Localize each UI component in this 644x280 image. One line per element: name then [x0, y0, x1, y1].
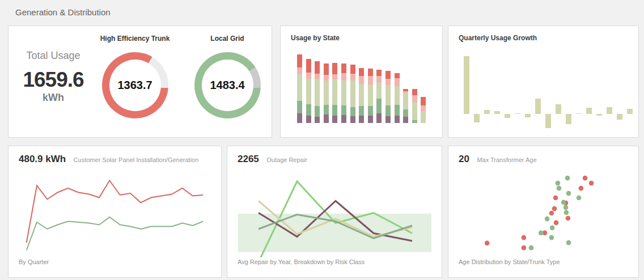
usage-by-state-stacked-bar-chart[interactable]	[281, 26, 442, 137]
bar-segment-layer-3-sage	[332, 79, 337, 105]
panel-quarterly-usage-growth[interactable]: Quarterly Usage Growth	[448, 26, 639, 138]
scatter-point-group-red	[554, 220, 559, 226]
scatter-point-group-green	[565, 176, 570, 181]
growth-bar	[525, 114, 531, 117]
bar-segment-layer-2-green	[412, 120, 417, 123]
bar-segment-layer-4-pink	[395, 78, 400, 86]
bar-segment-layer-4-pink	[376, 76, 382, 82]
donut-trunk-value: 1363.7	[117, 79, 152, 92]
donut-grid-value: 1483.4	[210, 79, 244, 92]
scatter-point-group-red	[579, 186, 584, 191]
bar-segment-layer-3-sage	[359, 84, 364, 106]
donut-trunk-hole: 1363.7	[109, 60, 161, 111]
scatter-point-group-red	[589, 181, 594, 186]
donut-grid-ring: 1483.4	[194, 52, 261, 118]
growth-bar	[566, 114, 571, 124]
bar-segment-layer-2-green	[315, 106, 320, 117]
bar-segment-layer-2-green	[385, 105, 391, 116]
donut-local-grid[interactable]: Local Grid 1483.4	[182, 35, 273, 118]
growth-bar	[556, 104, 561, 114]
stacked-bar	[385, 71, 391, 123]
scatter-point-group-red	[549, 211, 554, 216]
total-usage-unit: kWh	[16, 92, 90, 104]
growth-bar	[505, 114, 510, 118]
donut-high-efficiency-trunk[interactable]: High Efficiency Trunk 1363.7	[90, 35, 180, 118]
stacked-bar	[332, 63, 337, 123]
donut-grid-label: Local Grid	[182, 35, 273, 43]
growth-bar	[627, 109, 633, 114]
scatter-point-group-green	[556, 181, 561, 186]
bar-segment-layer-2-green	[368, 106, 373, 116]
panel-solar-generation[interactable]: 480.9 kWh Customer Solar Panel Installat…	[8, 146, 222, 278]
scatter-point-group-red	[522, 235, 527, 240]
scatter-point-group-green	[561, 200, 566, 205]
bar-segment-layer-3-sage	[324, 80, 329, 105]
scatter-point-group-green	[529, 245, 534, 251]
scatter-point-group-green	[566, 240, 571, 245]
bar-segment-layer-3-sage	[385, 85, 391, 105]
bar-segment-layer-3-sage	[412, 102, 417, 120]
bar-segment-layer-5-red	[315, 61, 320, 74]
bar-segment-layer-1-plum	[297, 113, 302, 123]
bar-segment-layer-1-plum	[368, 116, 373, 123]
stacked-bar	[376, 70, 382, 123]
stacked-bar	[341, 63, 346, 123]
bar-segment-layer-1-plum	[376, 113, 382, 123]
outage-headline: 2265	[238, 154, 259, 164]
bar-segment-layer-4-pink	[368, 76, 373, 84]
bar-segment-layer-5-red	[368, 69, 373, 76]
bar-segment-layer-2-green	[324, 105, 329, 114]
panel-max-transformer-age[interactable]: 20 Max Transformer Age Age Distribution …	[448, 146, 639, 278]
growth-bar	[596, 114, 602, 116]
bar-segment-layer-1-plum	[395, 116, 400, 123]
scatter-point-group-green	[564, 210, 569, 215]
panel-outage-repair[interactable]: 2265 Outage Repair Avg Repair by Year, B…	[227, 146, 442, 278]
growth-bar	[607, 107, 612, 114]
bar-segment-layer-4-pink	[350, 74, 355, 80]
growth-bar	[586, 108, 592, 114]
outage-headline-row: 2265 Outage Repair	[238, 154, 307, 165]
bar-segment-layer-4-pink	[385, 79, 391, 85]
stacked-bar	[395, 73, 400, 123]
solar-subtitle: Customer Solar Panel Installation/Genera…	[74, 156, 199, 163]
age-subtitle: Max Transformer Age	[477, 156, 536, 163]
bar-segment-layer-5-red	[324, 63, 329, 75]
bar-segment-layer-3-sage	[376, 82, 382, 99]
stacked-bar	[350, 65, 355, 123]
scatter-point-group-green	[545, 217, 550, 222]
stacked-bar	[306, 59, 311, 123]
scatter-point-group-red	[553, 196, 558, 201]
stacked-bar	[359, 68, 364, 123]
line-series-series-red	[27, 181, 204, 243]
bar-segment-layer-2-green	[403, 109, 408, 117]
panel-total-usage[interactable]: Total Usage 1659.6 kWh High Efficiency T…	[8, 26, 272, 138]
outage-subtitle: Outage Repair	[266, 156, 307, 163]
bar-segment-layer-4-pink	[341, 73, 346, 80]
stacked-bar	[412, 89, 417, 123]
bar-segment-layer-5-red	[421, 97, 426, 105]
bar-segment-layer-5-red	[359, 68, 364, 76]
panel-usage-by-state[interactable]: Usage by State	[280, 26, 443, 138]
bar-segment-layer-2-green	[395, 105, 400, 116]
bar-segment-layer-2-green	[350, 107, 355, 116]
stacked-bar	[421, 97, 426, 123]
bar-segment-layer-3-sage	[341, 80, 346, 105]
outage-footer: Avg Repair by Year, Breakdown by Risk Cl…	[238, 258, 365, 265]
total-usage-label: Total Usage	[16, 50, 90, 62]
scatter-point-group-red	[566, 216, 571, 221]
bar-segment-layer-4-pink	[412, 95, 417, 102]
donut-grid-hole: 1483.4	[202, 60, 253, 111]
growth-bar	[576, 113, 582, 114]
bar-segment-layer-4-pink	[359, 76, 364, 84]
line-series-series-green	[27, 217, 204, 251]
stacked-bar	[315, 61, 320, 123]
bar-segment-layer-5-red	[385, 71, 391, 79]
bar-segment-layer-3-sage	[315, 79, 320, 106]
bar-segment-layer-5-red	[332, 63, 337, 74]
donut-trunk-label: High Efficiency Trunk	[90, 35, 180, 43]
scatter-point-group-green	[557, 186, 562, 191]
bar-segment-layer-1-plum	[403, 117, 408, 123]
age-headline-row: 20 Max Transformer Age	[459, 154, 537, 165]
stacked-bar	[403, 89, 408, 123]
quarterly-growth-bar-chart[interactable]	[448, 26, 638, 137]
